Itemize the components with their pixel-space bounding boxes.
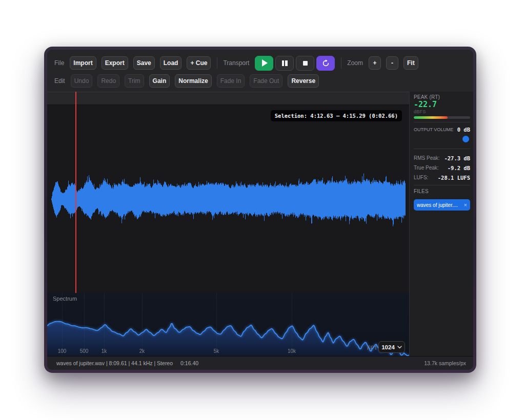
loop-button[interactable]: [316, 56, 335, 71]
chevron-down-icon: [397, 346, 402, 349]
save-button[interactable]: Save: [133, 56, 155, 70]
freq-label-100: 100: [58, 348, 67, 354]
trim-button[interactable]: Trim: [125, 74, 144, 88]
spectrum-label: Spectrum: [53, 296, 77, 302]
loop-icon: [322, 59, 330, 67]
status-bar: waves of jupiter.wav | 8:09.61 | 44.1 kH…: [47, 356, 473, 370]
spectrum-panel: Spectrum 100 500 1k 2k 5k 10k FFT 1024: [47, 293, 409, 356]
zoom-out-button[interactable]: -: [386, 56, 398, 70]
freq-label-1k: 1k: [102, 348, 107, 354]
undo-button[interactable]: Undo: [71, 74, 93, 88]
play-button[interactable]: [255, 56, 273, 71]
zoom-group-label: Zoom: [347, 59, 363, 67]
selection-info: Selection: 4:12.63 – 4:15.29 (0:02.66): [271, 110, 402, 121]
sidebar-divider: [414, 122, 470, 122]
content-area: Selection: 4:12.63 – 4:15.29 (0:02.66) S…: [47, 92, 473, 356]
add-cue-button[interactable]: + Cue: [187, 56, 211, 70]
edit-group-label: Edit: [54, 77, 65, 85]
window-shadow-rim: File Import Export Save Load + Cue Trans…: [44, 47, 476, 373]
lufs-row: LUFS: -28.1 LUFS: [414, 173, 470, 182]
export-button[interactable]: Export: [102, 56, 128, 70]
play-icon: [262, 59, 268, 67]
freq-label-10k: 10k: [288, 348, 296, 354]
waveform-area[interactable]: Selection: 4:12.63 – 4:15.29 (0:02.66): [47, 105, 409, 293]
volume-knob[interactable]: [462, 136, 469, 142]
output-volume-label: OUTPUT VOLUME: [414, 127, 453, 133]
toolbar-row-file: File Import Export Save Load + Cue Trans…: [54, 56, 473, 70]
fade-in-button[interactable]: Fade In: [217, 74, 245, 88]
redo-button[interactable]: Redo: [97, 74, 119, 88]
toolbar: File Import Export Save Load + Cue Trans…: [47, 50, 473, 92]
pause-icon: [282, 60, 288, 66]
true-peak-row: True Peak: -9.2 dB: [414, 163, 470, 173]
output-volume-value: 0 dB: [457, 127, 470, 133]
peak-meter-value: -22.7: [414, 101, 470, 109]
samples-per-px-text: 13.7k samples/px: [424, 360, 466, 366]
pause-button[interactable]: [275, 56, 294, 71]
fft-size-value: 1024: [381, 344, 395, 350]
spectrum-canvas: [47, 293, 409, 356]
zoom-in-button[interactable]: +: [369, 56, 381, 70]
freq-label-5k: 5k: [214, 348, 219, 354]
transport-group-label: Transport: [223, 59, 249, 67]
peak-meter-fill: [414, 116, 448, 119]
normalize-button[interactable]: Normalize: [175, 74, 211, 88]
peak-meter-bar: [414, 116, 470, 119]
toolbar-row-edit: Edit Undo Redo Trim Gain Normalize Fade …: [54, 74, 473, 88]
stop-icon: [303, 61, 308, 66]
zoom-fit-button[interactable]: Fit: [403, 56, 418, 70]
waveform-canvas[interactable]: [47, 105, 409, 293]
files-header: FILES: [414, 188, 470, 194]
peak-meter-label: PEAK (RT): [414, 94, 470, 100]
close-file-icon[interactable]: ×: [464, 202, 467, 208]
file-group-label: File: [54, 59, 64, 67]
rms-peak-row: RMS Peak: -27.3 dB: [414, 153, 470, 163]
gain-button[interactable]: Gain: [149, 74, 170, 88]
fft-size-dropdown[interactable]: 1024: [378, 341, 405, 353]
editor-main: Selection: 4:12.63 – 4:15.29 (0:02.66) S…: [47, 92, 409, 356]
app-window: File Import Export Save Load + Cue Trans…: [47, 50, 473, 370]
freq-label-2k: 2k: [139, 348, 145, 354]
peak-meter-unit: dBFS: [414, 110, 470, 114]
playhead[interactable]: [75, 92, 76, 293]
toolbar-separator: [341, 57, 341, 69]
fade-out-button[interactable]: Fade Out: [250, 74, 282, 88]
sidebar: PEAK (RT) -22.7 dBFS OUTPUT VOLUME 0 dB …: [409, 92, 473, 356]
desktop-background: File Import Export Save Load + Cue Trans…: [0, 0, 525, 420]
fft-label: FFT: [367, 345, 377, 351]
freq-label-500: 500: [80, 348, 89, 354]
stop-button[interactable]: [296, 56, 314, 71]
timeline-ruler[interactable]: [47, 92, 409, 105]
file-list-item[interactable]: waves of jupiter.... ×: [414, 199, 470, 211]
sidebar-divider: [414, 185, 470, 185]
toolbar-separator: [217, 57, 217, 69]
sidebar-divider: [414, 149, 470, 149]
current-time-text: 0:16.40: [180, 360, 198, 366]
reverse-button[interactable]: Reverse: [288, 74, 319, 88]
load-button[interactable]: Load: [160, 56, 182, 70]
import-button[interactable]: Import: [70, 56, 96, 70]
file-info-text: waves of jupiter.wav | 8:09.61 | 44.1 kH…: [56, 360, 173, 366]
